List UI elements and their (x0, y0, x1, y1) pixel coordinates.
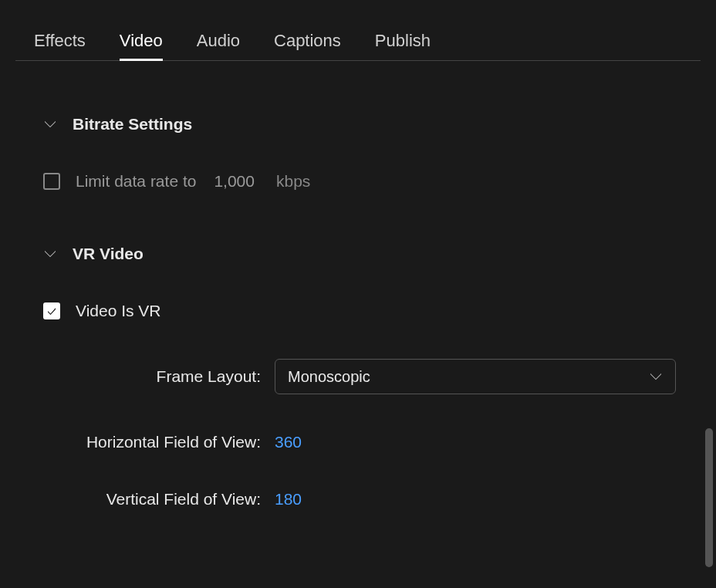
content-area: Bitrate Settings Limit data rate to 1,00… (0, 115, 716, 509)
video-is-vr-checkbox[interactable] (43, 302, 60, 319)
chevron-down-icon (43, 247, 57, 261)
frame-layout-value: Monoscopic (288, 368, 370, 386)
tab-captions[interactable]: Captions (274, 31, 341, 60)
frame-layout-dropdown[interactable]: Monoscopic (275, 359, 676, 394)
limit-data-rate-value[interactable]: 1,000 (214, 172, 255, 191)
bitrate-section-title: Bitrate Settings (73, 115, 192, 133)
tab-effects[interactable]: Effects (34, 31, 86, 60)
hfov-value[interactable]: 360 (275, 433, 302, 451)
section-vr: VR Video Video Is VR Frame Layout: Monos… (15, 245, 701, 509)
bitrate-section-header[interactable]: Bitrate Settings (43, 115, 701, 133)
vr-section-header[interactable]: VR Video (43, 245, 701, 263)
limit-data-rate-checkbox[interactable] (43, 173, 60, 190)
hfov-label: Horizontal Field of View: (43, 433, 275, 451)
limit-data-rate-row: Limit data rate to 1,000 kbps (43, 172, 701, 191)
bitrate-section-body: Limit data rate to 1,000 kbps (43, 172, 701, 191)
tabs-bar: Effects Video Audio Captions Publish (15, 0, 701, 61)
hfov-row: Horizontal Field of View: 360 (43, 433, 701, 451)
video-is-vr-label: Video Is VR (76, 302, 161, 320)
scrollbar-thumb[interactable] (705, 428, 713, 567)
limit-data-rate-unit: kbps (276, 172, 310, 191)
frame-layout-label: Frame Layout: (43, 367, 275, 386)
vr-section-body: Video Is VR Frame Layout: Monoscopic Hor… (43, 302, 701, 509)
limit-data-rate-label: Limit data rate to (76, 172, 196, 191)
chevron-down-icon (649, 370, 663, 384)
tab-publish[interactable]: Publish (375, 31, 431, 60)
chevron-down-icon (43, 117, 57, 131)
vfov-row: Vertical Field of View: 180 (43, 490, 701, 509)
vr-section-title: VR Video (73, 245, 144, 263)
tab-video[interactable]: Video (120, 31, 163, 60)
vfov-label: Vertical Field of View: (43, 490, 275, 509)
vfov-value[interactable]: 180 (275, 490, 302, 509)
video-is-vr-row: Video Is VR (43, 302, 701, 320)
section-bitrate: Bitrate Settings Limit data rate to 1,00… (15, 115, 701, 191)
frame-layout-row: Frame Layout: Monoscopic (43, 359, 701, 394)
tab-audio[interactable]: Audio (197, 31, 240, 60)
